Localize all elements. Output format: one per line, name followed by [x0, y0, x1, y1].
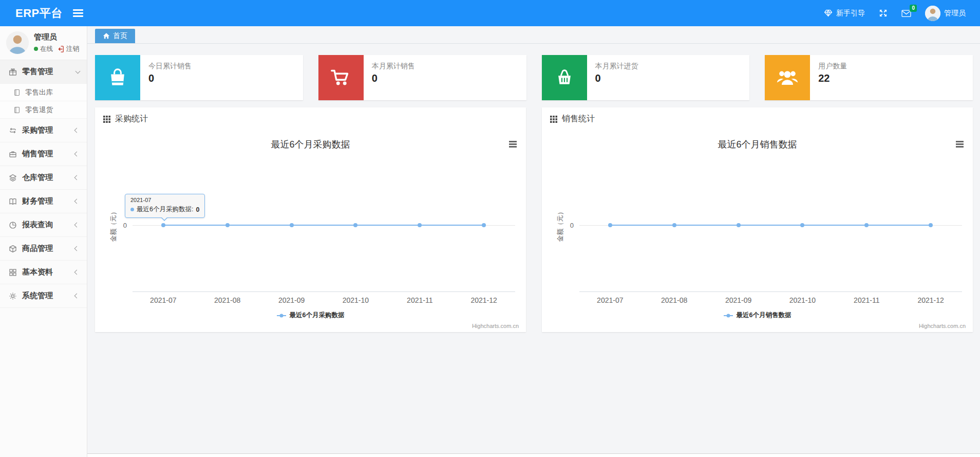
journal-icon — [13, 89, 21, 96]
home-icon — [103, 32, 110, 40]
sidebar-item-label: 商品管理 — [22, 244, 70, 253]
chart-export-menu-button[interactable] — [509, 141, 517, 149]
sidebar-item-label: 基本资料 — [22, 267, 70, 277]
data-point[interactable] — [290, 223, 294, 227]
purchase-stats-panel: 采购统计 最近6个月采购数据 金额（元） 0 2021-07 — [95, 107, 526, 332]
tooltip-series-dot-icon — [130, 208, 134, 211]
chart-panels-row: 采购统计 最近6个月采购数据 金额（元） 0 2021-07 — [95, 107, 973, 332]
logout-link[interactable]: 注销 — [58, 45, 79, 53]
sidebar-toggle-icon[interactable] — [73, 8, 83, 19]
x-axis-label: 2021-10 — [789, 296, 816, 304]
x-axis-label: 2021-12 — [470, 296, 497, 304]
purchase-chart: 最近6个月采购数据 金额（元） 0 2021-07 2021-08 2021-0 — [95, 131, 526, 332]
sidebar-item-purchase[interactable]: 采购管理 — [0, 119, 87, 142]
logout-label: 注销 — [66, 45, 79, 53]
highcharts-credit-link[interactable]: Highcharts.com.cn — [919, 323, 966, 329]
avatar — [6, 31, 29, 54]
content: 今日累计销售 0 本月累计销售 0 本月累计进货 0 — [87, 44, 980, 332]
fullscreen-button[interactable] — [879, 9, 888, 17]
chart-tooltip: 2021-07 最近6个月采购数据: 0 — [125, 194, 205, 218]
series-line — [163, 225, 484, 226]
x-axis-label: 2021-09 — [278, 296, 305, 304]
online-status-label: 在线 — [40, 45, 53, 53]
data-point[interactable] — [482, 223, 486, 227]
sales-chart: 最近6个月销售数据 金额（元） 0 2021-07 2021-08 2021-0 — [542, 131, 973, 332]
sidebar-item-reports[interactable]: 报表查询 — [0, 213, 87, 237]
shopping-bag-icon — [95, 55, 140, 100]
chevron-left-icon — [74, 246, 80, 251]
chart-legend[interactable]: 最近6个月采购数据 — [95, 311, 526, 320]
tab-bar: 首页 — [87, 26, 980, 44]
chart-export-menu-button[interactable] — [956, 141, 964, 149]
data-point[interactable] — [929, 223, 933, 227]
sidebar-item-label: 销售管理 — [22, 149, 70, 159]
sidebar-item-sales[interactable]: 销售管理 — [0, 142, 87, 166]
tooltip-value: 0 — [196, 206, 199, 213]
sidebar-item-goods[interactable]: 商品管理 — [0, 237, 87, 261]
x-axis-label: 2021-11 — [407, 296, 432, 304]
tooltip-category: 2021-07 — [130, 197, 199, 203]
sales-stats-panel: 销售统计 最近6个月销售数据 金额（元） 0 2021-07 — [542, 107, 973, 332]
data-point[interactable] — [800, 223, 804, 227]
stat-value: 0 — [595, 72, 638, 84]
footer — [87, 453, 980, 457]
data-point[interactable] — [672, 223, 676, 227]
sidebar-item-finance[interactable]: 财务管理 — [0, 190, 87, 213]
x-axis-line — [133, 291, 515, 292]
guide-label: 新手引导 — [836, 9, 865, 18]
messages-button[interactable]: 0 — [901, 9, 911, 17]
tooltip-series-label: 最近6个月采购数据: — [137, 205, 193, 214]
sidebar-item-basic-data[interactable]: 基本资料 — [0, 261, 87, 284]
guide-button[interactable]: 新手引导 — [824, 9, 865, 18]
x-axis-label: 2021-09 — [725, 296, 751, 304]
data-point[interactable] — [161, 223, 165, 227]
stat-label: 本月累计进货 — [595, 62, 638, 71]
messages-count-badge: 0 — [910, 5, 917, 12]
sidebar-item-system[interactable]: 系统管理 — [0, 284, 87, 308]
sidebar-item-label: 采购管理 — [22, 125, 70, 135]
legend-marker-icon — [277, 315, 286, 316]
chart-legend[interactable]: 最近6个月销售数据 — [542, 311, 973, 320]
legend-marker-icon — [724, 315, 733, 316]
sidebar-item-label: 系统管理 — [22, 291, 70, 301]
sidebar-item-warehouse[interactable]: 仓库管理 — [0, 166, 87, 190]
stat-value: 0 — [148, 72, 192, 84]
avatar — [925, 6, 940, 21]
sign-out-icon — [58, 46, 65, 52]
chevron-left-icon — [74, 270, 80, 275]
stat-card-today-sales[interactable]: 今日累计销售 0 — [95, 55, 303, 100]
y-axis-title: 金额（元） — [556, 209, 565, 242]
x-axis-label: 2021-12 — [917, 296, 944, 304]
data-point[interactable] — [864, 223, 869, 227]
x-axis-label: 2021-11 — [854, 296, 879, 304]
tab-home-label: 首页 — [113, 31, 127, 41]
cart-icon — [318, 55, 364, 100]
chevron-left-icon — [74, 152, 80, 157]
tab-home[interactable]: 首页 — [95, 29, 135, 43]
data-point[interactable] — [418, 223, 422, 227]
stat-card-month-purchase[interactable]: 本月累计进货 0 — [542, 55, 750, 100]
stat-card-user-count[interactable]: 用户数量 22 — [765, 55, 973, 100]
data-point[interactable] — [608, 223, 612, 227]
sidebar-item-retail-outbound[interactable]: 零售出库 — [0, 84, 87, 101]
sidebar-item-retail[interactable]: 零售管理 — [0, 60, 87, 84]
username-label: 管理员 — [944, 9, 966, 18]
x-axis-label: 2021-07 — [597, 296, 623, 304]
x-axis-label: 2021-08 — [661, 296, 687, 304]
highcharts-credit-link[interactable]: Highcharts.com.cn — [472, 323, 519, 329]
data-point[interactable] — [737, 223, 741, 227]
user-menu[interactable]: 管理员 — [925, 6, 966, 21]
sidebar-item-label: 仓库管理 — [22, 173, 70, 182]
data-point[interactable] — [353, 223, 357, 227]
sidebar-item-retail-return[interactable]: 零售退货 — [0, 101, 87, 119]
y-axis-title: 金额（元） — [109, 209, 118, 242]
retail-submenu: 零售出库 零售退货 — [0, 84, 87, 119]
data-point[interactable] — [225, 223, 230, 227]
brand-logo[interactable]: ERP平台 — [0, 6, 63, 21]
sidebar-item-label: 财务管理 — [22, 196, 70, 206]
chevron-left-icon — [74, 199, 80, 204]
stat-card-month-sales[interactable]: 本月累计销售 0 — [318, 55, 526, 100]
sidebar-item-label: 零售管理 — [22, 67, 71, 77]
ledger-icon — [9, 197, 17, 206]
sidebar-subitem-label: 零售退货 — [25, 105, 53, 115]
